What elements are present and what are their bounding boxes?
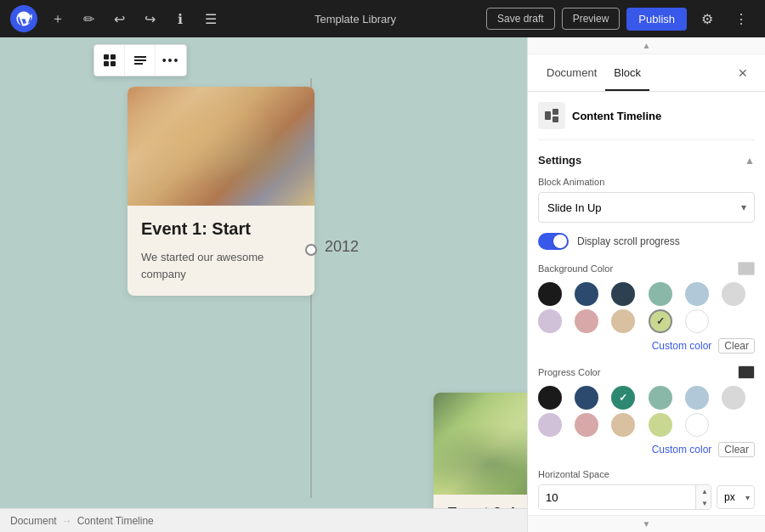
editor-title: Template Library [231,13,479,25]
progress-custom-color-link[interactable]: Custom color [652,444,712,456]
right-panel: ▲ Document Block ✕ Content Timeline [527,37,765,532]
svg-rect-8 [552,109,558,115]
animation-label: Block Animation [538,177,755,187]
svg-rect-3 [110,61,116,66]
color-swatch-light-gray[interactable] [722,282,745,306]
settings-button[interactable]: ⚙ [694,5,721,32]
progress-clear-button[interactable]: Clear [718,442,755,457]
block-header: Content Timeline [538,102,755,140]
scroll-progress-toggle[interactable] [538,233,569,250]
block-align-button[interactable] [125,45,156,76]
svg-rect-0 [104,54,109,59]
top-bar-actions: ＋ ✏ ↩ ↪ ℹ ☰ [44,5,224,32]
h-space-label: Horizontal Space [538,469,755,479]
color-swatch-dark-blue[interactable] [575,282,598,306]
editor-area: ••• Event 1: Start We started our awesom [0,37,527,532]
progress-swatch-black[interactable] [538,386,562,410]
scroll-progress-row: Display scroll progress [538,233,755,250]
publish-button[interactable]: Publish [626,8,687,31]
add-block-button[interactable]: ＋ [44,5,71,32]
progress-swatch-teal[interactable] [611,386,635,410]
panel-close-button[interactable]: ✕ [731,61,755,85]
progress-swatch-light-gray[interactable] [722,386,745,410]
color-swatch-tan[interactable] [611,309,635,333]
color-swatch-yellow-green[interactable] [649,309,672,333]
bg-color-links: Custom color Clear [538,338,755,354]
progress-swatch-dark-blue[interactable] [575,386,598,410]
timeline-dot-1 [305,244,317,256]
color-swatch-white[interactable] [685,309,709,333]
event-2-image [434,393,527,495]
progress-swatch-tan[interactable] [611,413,635,437]
panel-scroll-up-button[interactable]: ▲ [528,37,765,54]
progress-swatch-rose[interactable] [575,413,598,437]
bg-color-label: Background Color [538,263,613,274]
event-1-title: Event 1: Start [141,219,301,239]
color-swatch-dark-slate[interactable] [611,282,635,306]
progress-swatch-sage-green[interactable] [649,386,672,410]
progress-color-section: Progress Color [538,365,755,457]
color-swatch-rose[interactable] [575,309,598,333]
block-grid-button[interactable] [94,45,125,76]
info-button[interactable]: ℹ [167,5,194,32]
bg-clear-button[interactable]: Clear [718,338,755,354]
event-1-card: Event 1: Start We started our awesome co… [110,87,298,296]
breadcrumb-content-timeline[interactable]: Content Timeline [77,515,154,527]
h-space-input[interactable] [539,485,695,509]
block-more-button[interactable]: ••• [156,45,186,76]
h-space-decrement[interactable]: ▼ [696,497,711,509]
h-space-unit-select[interactable]: px % em [717,485,755,509]
redo-button[interactable]: ↪ [136,5,163,32]
panel-scroll-down-button[interactable]: ▼ [528,515,765,532]
event-1-image [128,87,314,206]
panel-tabs: Document Block ✕ [528,54,765,92]
list-view-button[interactable]: ☰ [197,5,224,32]
progress-swatch-light-blue[interactable] [685,386,709,410]
animation-select-wrapper: Slide In Up [538,192,755,223]
bg-color-preview [738,262,755,275]
color-swatch-lavender[interactable] [538,309,562,333]
progress-swatch-yellow-green[interactable] [649,413,672,437]
preview-button[interactable]: Preview [562,8,620,30]
color-swatch-black[interactable] [538,282,562,306]
svg-rect-1 [110,54,116,59]
breadcrumb-arrow: → [62,515,72,527]
svg-rect-4 [134,56,146,58]
canvas-content: Event 1: Start We started our awesome co… [42,78,527,532]
settings-header[interactable]: Settings ▲ [538,154,755,167]
save-draft-button[interactable]: Save draft [486,8,555,30]
tab-document[interactable]: Document [538,56,605,91]
color-swatch-sage-green[interactable] [649,282,672,306]
progress-color-links: Custom color Clear [538,442,755,457]
h-space-increment[interactable]: ▲ [696,485,711,497]
progress-color-palette [538,386,755,437]
panel-content: Content Timeline Settings ▲ Block Animat… [528,92,765,515]
settings-title: Settings [538,154,581,167]
bg-custom-color-link[interactable]: Custom color [652,340,712,352]
h-space-row: ▲ ▼ px % em [538,484,755,510]
progress-color-header: Progress Color [538,365,755,379]
more-options-button[interactable]: ⋮ [728,5,755,32]
svg-rect-7 [545,111,551,120]
svg-rect-2 [104,61,109,66]
progress-color-preview [738,365,755,379]
top-bar: ＋ ✏ ↩ ↪ ℹ ☰ Template Library Save draft … [0,0,765,37]
status-bar: Document → Content Timeline [0,508,527,532]
bg-color-palette [538,282,755,333]
bg-color-section: Background Color [538,262,755,354]
progress-swatch-lavender[interactable] [538,413,562,437]
tab-block[interactable]: Block [605,56,649,91]
main-layout: ••• Event 1: Start We started our awesom [0,37,765,532]
scroll-progress-label: Display scroll progress [577,235,680,247]
breadcrumb-document[interactable]: Document [10,515,57,527]
h-space-steppers: ▲ ▼ [695,485,711,509]
tools-button[interactable]: ✏ [75,5,102,32]
block-icon [538,102,565,129]
animation-select[interactable]: Slide In Up [538,192,755,223]
undo-button[interactable]: ↩ [105,5,133,32]
settings-collapse-icon: ▲ [745,155,755,167]
top-bar-right: Save draft Preview Publish ⚙ ⋮ [486,5,755,32]
color-swatch-light-blue[interactable] [685,282,709,306]
wp-logo[interactable] [10,5,37,32]
progress-swatch-white[interactable] [685,413,709,437]
